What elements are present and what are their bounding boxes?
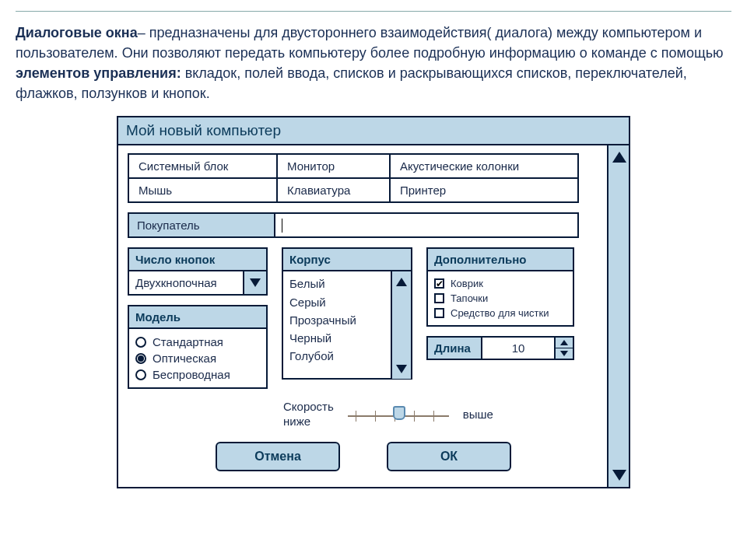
intro-bold-1: Диалоговые окна bbox=[16, 25, 138, 40]
buyer-row: Покупатель bbox=[128, 212, 579, 238]
model-option-optical[interactable]: Оптическая bbox=[135, 350, 260, 366]
speed-label: Скорость bbox=[283, 400, 334, 413]
tab-strip: Системный блок Монитор Акустические коло… bbox=[128, 153, 579, 203]
button-count-title: Число кнопок bbox=[129, 249, 266, 270]
casing-title: Корпус bbox=[283, 249, 411, 271]
arrow-down-icon bbox=[612, 470, 626, 481]
checkbox-icon bbox=[434, 278, 444, 289]
scroll-up[interactable] bbox=[608, 145, 630, 169]
extras-option-slippers[interactable]: Тапочки bbox=[434, 291, 566, 306]
speed-slider[interactable] bbox=[348, 404, 449, 423]
length-value[interactable]: 10 bbox=[482, 338, 554, 359]
tab-system-unit[interactable]: Системный блок bbox=[128, 154, 277, 178]
casing-group: Корпус Белый Серый Прозрачный Черный Гол… bbox=[282, 247, 412, 380]
length-label: Длина bbox=[428, 338, 482, 359]
model-option-standard[interactable]: Стандартная bbox=[135, 334, 260, 350]
slider-tick bbox=[414, 411, 415, 422]
list-item[interactable]: Серый bbox=[289, 293, 384, 311]
tab-printer[interactable]: Принтер bbox=[390, 178, 578, 202]
button-count-value: Двухкнопочная bbox=[129, 271, 243, 294]
speed-low: ниже bbox=[283, 415, 334, 428]
checkbox-icon bbox=[434, 293, 444, 303]
list-item[interactable]: Прозрачный bbox=[289, 311, 384, 329]
extras-option-label: Тапочки bbox=[451, 292, 488, 304]
dialog-title: Мой новый компьютер bbox=[118, 117, 629, 145]
length-spinner: Длина 10 bbox=[426, 336, 574, 360]
model-group: Модель Стандартная Оптическая bbox=[128, 305, 268, 389]
dialog-scrollbar[interactable] bbox=[607, 145, 629, 487]
divider bbox=[16, 11, 731, 12]
extras-option-label: Коврик bbox=[451, 278, 483, 289]
listbox-scroll-up[interactable] bbox=[392, 271, 411, 292]
button-count-group: Число кнопок Двухкнопочная bbox=[128, 247, 268, 296]
model-option-label: Оптическая bbox=[153, 352, 216, 365]
intro-paragraph: Диалоговые окна– предназначены для двуст… bbox=[16, 23, 731, 103]
listbox-scroll-down[interactable] bbox=[392, 359, 411, 379]
intro-bold-2: элементов управления: bbox=[16, 65, 181, 81]
model-title: Модель bbox=[129, 306, 266, 329]
speed-row: Скорость ниже выше bbox=[283, 400, 563, 428]
tab-keyboard[interactable]: Клавиатура bbox=[277, 178, 390, 202]
tab-monitor[interactable]: Монитор bbox=[277, 154, 390, 178]
list-item[interactable]: Белый bbox=[289, 275, 384, 292]
casing-listbox[interactable]: Белый Серый Прозрачный Черный Голубой bbox=[283, 271, 391, 379]
dialog-window: Мой новый компьютер Системный блок Монит… bbox=[117, 116, 630, 488]
spinner-down[interactable] bbox=[556, 348, 573, 359]
arrow-up-icon bbox=[612, 152, 626, 163]
slider-thumb[interactable] bbox=[393, 406, 405, 420]
extras-group: Дополнительно Коврик Тапочки bbox=[426, 247, 574, 327]
arrow-up-icon bbox=[560, 340, 568, 345]
checkbox-icon bbox=[434, 308, 444, 318]
button-count-dropdown[interactable] bbox=[243, 271, 266, 294]
slider-tick bbox=[356, 411, 356, 422]
model-option-label: Беспроводная bbox=[153, 368, 230, 381]
arrow-up-icon bbox=[396, 278, 407, 286]
radio-icon bbox=[135, 353, 146, 364]
extras-title: Дополнительно bbox=[428, 249, 573, 271]
text-caret bbox=[282, 219, 282, 233]
buyer-label: Покупатель bbox=[128, 212, 275, 238]
cancel-button[interactable]: Отмена bbox=[216, 442, 340, 471]
model-option-label: Стандартная bbox=[153, 335, 223, 348]
extras-option-mat[interactable]: Коврик bbox=[434, 276, 566, 291]
chevron-down-icon bbox=[250, 278, 261, 287]
list-item[interactable]: Голубой bbox=[289, 347, 384, 365]
extras-option-cleaner[interactable]: Средство для чистки bbox=[434, 306, 566, 320]
arrow-down-icon bbox=[560, 351, 568, 356]
list-item[interactable]: Черный bbox=[289, 329, 384, 347]
arrow-down-icon bbox=[396, 365, 407, 373]
model-option-wireless[interactable]: Беспроводная bbox=[135, 366, 260, 383]
spinner-up[interactable] bbox=[556, 338, 573, 348]
slider-tick bbox=[375, 411, 376, 422]
extras-option-label: Средство для чистки bbox=[451, 307, 549, 319]
ok-button[interactable]: ОК bbox=[387, 442, 511, 471]
radio-icon bbox=[135, 369, 146, 380]
scroll-down[interactable] bbox=[608, 464, 630, 487]
tab-speakers[interactable]: Акустические колонки bbox=[390, 154, 578, 178]
radio-icon bbox=[135, 337, 146, 348]
speed-high: выше bbox=[463, 408, 493, 421]
slider-tick bbox=[433, 411, 434, 422]
tab-mouse[interactable]: Мышь bbox=[128, 178, 277, 202]
buyer-input[interactable] bbox=[275, 212, 579, 238]
